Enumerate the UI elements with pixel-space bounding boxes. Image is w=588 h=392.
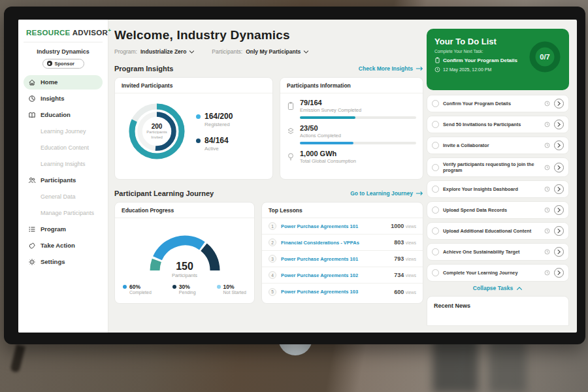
task-item[interactable]: Send 50 Invitations to Participants — [427, 116, 569, 133]
lesson-views-value: 803 — [394, 239, 404, 246]
program-filter-label: Program: — [114, 48, 137, 55]
task-item[interactable]: Upload Spend Data Records — [427, 201, 569, 219]
invited-participants-card: Invited Participants 200 Partic — [114, 77, 273, 180]
task-go-button[interactable] — [554, 163, 564, 172]
sidebar-item-general-data[interactable]: General Data — [24, 189, 103, 204]
legend-item-not-started: 10% Not Started — [217, 284, 246, 295]
task-go-button[interactable] — [554, 184, 564, 194]
task-go-button[interactable] — [554, 205, 564, 215]
task-label: Send 50 Invitations to Participants — [443, 122, 540, 127]
go-to-learning-journey-link[interactable]: Go to Learning Journey — [350, 190, 423, 197]
lesson-link[interactable]: Power Purchase Agreements 102 — [281, 272, 389, 278]
sidebar-item-insights[interactable]: Insights — [24, 91, 103, 106]
lesson-link[interactable]: Financial Considerations - VPPAs — [281, 240, 389, 246]
task-item[interactable]: Verify participants requesting to join t… — [427, 157, 569, 177]
sidebar-item-settings[interactable]: Settings — [24, 255, 103, 269]
legend-item-pending: 30% Pending — [172, 284, 196, 295]
lesson-rank-badge: 4 — [269, 271, 276, 279]
lesson-link[interactable]: Power Purchase Agreements 101 — [281, 256, 389, 262]
chevron-down-icon — [303, 50, 309, 54]
task-item[interactable]: Explore Your Insights Dashboard — [427, 180, 569, 198]
task-go-button[interactable] — [554, 247, 564, 257]
sponsor-badge[interactable]: Sponsor — [42, 59, 84, 69]
emission-survey-progressbar — [300, 116, 416, 119]
learning-journey-header: Participant Learning Journey Go to Learn… — [114, 189, 423, 197]
registered-label: Registered — [204, 122, 233, 127]
filters-row: Program: Industrialize Zero Participants… — [114, 48, 423, 55]
task-item[interactable]: Achieve One Sustainability Target — [427, 243, 569, 261]
page-title: Welcome, Industry Dynamics — [114, 28, 423, 42]
recent-news-title: Recent News — [434, 302, 562, 309]
donut-center-value: 200 — [152, 123, 163, 130]
not-started-label: Not Started — [223, 290, 246, 295]
stat-emission-survey: 79/164 Emission Survey Completed — [280, 93, 423, 119]
legend-item-completed: 60% Completed — [123, 284, 152, 295]
clock-icon — [434, 67, 440, 73]
global-consumption-value: 1,000 GWh — [300, 150, 356, 157]
completed-pct: 60% — [129, 284, 152, 290]
program-filter-dropdown[interactable]: Industrialize Zero — [140, 48, 195, 55]
top-lessons-card: Top Lessons 1 Power Purchase Agreements … — [261, 202, 423, 304]
task-item[interactable]: Complete Your Learning Journey — [427, 264, 569, 282]
logo-primary: RESOURCE — [26, 29, 71, 37]
task-checkbox[interactable] — [432, 186, 439, 193]
donut-center-label: Participants Invited — [142, 130, 172, 140]
lesson-row: 1 Power Purchase Agreements 101 1000 vie… — [262, 218, 423, 235]
lesson-link[interactable]: Power Purchase Agreements 101 — [281, 223, 386, 229]
task-checkbox[interactable] — [432, 100, 439, 107]
task-go-button[interactable] — [554, 226, 564, 236]
gear-icon — [28, 258, 36, 266]
sidebar-item-learning-journey[interactable]: Learning Journey — [24, 124, 103, 139]
collapse-tasks-link[interactable]: Collapse Tasks — [427, 285, 569, 291]
task-checkbox[interactable] — [432, 227, 439, 235]
bulb-icon — [287, 152, 295, 161]
task-checkbox[interactable] — [432, 164, 439, 171]
sidebar-item-take-action[interactable]: Take Action — [24, 238, 103, 253]
task-item[interactable]: Upload Additional Educational Content — [427, 222, 569, 240]
sidebar-item-manage-participants[interactable]: Manage Participants — [24, 206, 103, 220]
lesson-row: 3 Power Purchase Agreements 101 793 view… — [262, 251, 423, 267]
sidebar-item-label: Insights — [41, 95, 64, 102]
sidebar-item-education[interactable]: Education — [24, 108, 103, 122]
task-go-button[interactable] — [554, 140, 564, 150]
lesson-views-value: 600 — [394, 289, 404, 295]
task-go-button[interactable] — [554, 99, 564, 108]
sidebar-item-label: Manage Participants — [41, 210, 94, 216]
active-label: Active — [204, 146, 229, 152]
participants-filter-dropdown[interactable]: Only My Participants — [246, 48, 309, 55]
task-go-button[interactable] — [554, 268, 564, 278]
task-checkbox[interactable] — [432, 121, 439, 128]
chevron-down-icon — [189, 50, 195, 54]
sidebar-item-label: Home — [41, 78, 57, 86]
sidebar-item-program[interactable]: Program — [24, 222, 103, 237]
todo-column: Your To Do List Complete Your Next Task:… — [427, 29, 569, 333]
sidebar-item-label: Learning Journey — [41, 128, 86, 135]
sidebar-item-label: Learning Insights — [41, 161, 86, 167]
registered-value: 164/200 — [204, 112, 233, 121]
sidebar-item-participants[interactable]: Participants — [24, 173, 103, 188]
task-checkbox[interactable] — [432, 248, 439, 255]
task-label: Complete Your Learning Journey — [443, 270, 540, 276]
task-checkbox[interactable] — [432, 142, 439, 149]
task-checkbox[interactable] — [432, 206, 439, 214]
sidebar-item-label: General Data — [41, 193, 76, 200]
lesson-row: 5 Power Purchase Agreements 103 600 view… — [262, 284, 423, 300]
home-icon — [28, 78, 36, 86]
sidebar-item-home[interactable]: Home — [24, 75, 103, 90]
stat-actions-completed: 23/50 Actions Completed — [280, 119, 423, 144]
sidebar-item-learning-insights[interactable]: Learning Insights — [24, 157, 103, 171]
todo-next-task-label: Confirm Your Program Details — [443, 57, 517, 63]
task-label: Invite a Collaborator — [443, 142, 540, 148]
clock-icon — [544, 228, 550, 234]
sidebar-item-education-content[interactable]: Education Content — [24, 140, 103, 155]
lesson-link[interactable]: Power Purchase Agreements 103 — [281, 289, 389, 295]
recent-news-card: Recent News — [427, 296, 569, 326]
arrow-right-icon — [416, 66, 423, 71]
monitor-bezel: RESOURCE ADVISOR+ Industry Dynamics Spon… — [4, 7, 585, 344]
task-item[interactable]: Confirm Your Program Details — [427, 95, 569, 112]
task-checkbox[interactable] — [432, 269, 439, 276]
check-more-insights-link[interactable]: Check More Insights — [359, 65, 423, 72]
task-item[interactable]: Invite a Collaborator — [427, 137, 569, 154]
task-go-button[interactable] — [554, 120, 564, 129]
task-label: Explore Your Insights Dashboard — [443, 186, 540, 192]
